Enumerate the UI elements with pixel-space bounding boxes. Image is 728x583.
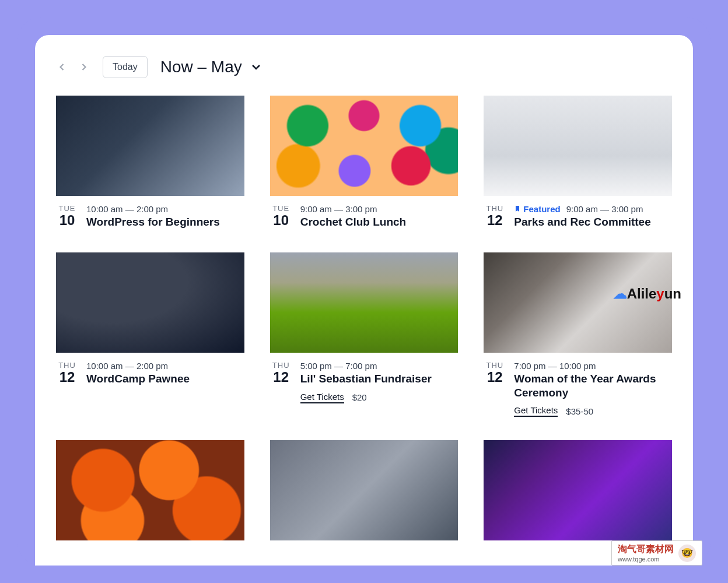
event-weekday: THU — [56, 361, 78, 370]
event-date: TUE10 — [270, 204, 292, 228]
get-tickets-link[interactable]: Get Tickets — [300, 392, 344, 403]
event-title[interactable]: WordCamp Pawnee — [86, 372, 244, 386]
date-range-selector[interactable]: Now – May — [160, 58, 263, 76]
event-thumbnail[interactable] — [56, 96, 244, 196]
event-card[interactable]: THU125:00 pm — 7:00 pmLil' Sebastian Fun… — [270, 252, 459, 417]
event-time: 7:00 pm — 10:00 pm — [514, 361, 672, 371]
featured-badge: Featured — [514, 204, 560, 214]
event-thumbnail[interactable] — [484, 96, 672, 196]
event-weekday: THU — [484, 361, 506, 370]
event-time: 10:00 am — 2:00 pm — [86, 204, 244, 214]
event-card[interactable]: THU1210:00 am — 2:00 pmWordCamp Pawnee — [56, 252, 244, 417]
watermark-tqge: 淘气哥素材网 www.tqge.com 🤓 — [611, 540, 702, 566]
event-weekday: TUE — [270, 204, 292, 213]
event-date: THU12 — [56, 361, 78, 385]
event-daynum: 10 — [56, 213, 78, 228]
event-card[interactable] — [484, 440, 672, 540]
event-daynum: 12 — [484, 213, 506, 228]
event-weekday: THU — [270, 361, 292, 370]
bookmark-icon — [514, 205, 521, 212]
event-card[interactable]: TUE109:00 am — 3:00 pmCrochet Club Lunch — [270, 96, 459, 229]
event-card[interactable] — [56, 440, 244, 540]
chevron-down-icon — [249, 60, 263, 74]
event-title[interactable]: Crochet Club Lunch — [300, 215, 459, 229]
event-time: 5:00 pm — 7:00 pm — [300, 361, 459, 371]
event-card[interactable]: THU12Featured9:00 am — 3:00 pmParks and … — [484, 96, 672, 229]
event-card[interactable]: TUE1010:00 am — 2:00 pmWordPress for Beg… — [56, 96, 244, 229]
event-title[interactable]: Lil' Sebastian Fundraiser — [300, 372, 459, 386]
event-title[interactable]: WordPress for Beginners — [86, 215, 244, 229]
event-time: Featured9:00 am — 3:00 pm — [514, 204, 672, 214]
date-range-label: Now – May — [160, 58, 242, 76]
events-grid: TUE1010:00 am — 2:00 pmWordPress for Beg… — [56, 96, 672, 540]
get-tickets-link[interactable]: Get Tickets — [514, 405, 558, 417]
event-daynum: 12 — [56, 370, 78, 385]
event-time: 9:00 am — 3:00 pm — [300, 204, 459, 214]
event-thumbnail[interactable] — [56, 252, 244, 353]
event-date: THU12 — [270, 361, 292, 385]
event-price: $20 — [352, 392, 367, 402]
event-thumbnail[interactable] — [270, 440, 459, 540]
event-date: THU12 — [484, 361, 506, 385]
event-weekday: THU — [484, 204, 506, 213]
event-price: $35-50 — [566, 406, 593, 416]
prev-button[interactable] — [56, 61, 68, 73]
event-weekday: TUE — [56, 204, 78, 213]
event-card[interactable] — [270, 440, 459, 540]
event-thumbnail[interactable] — [270, 252, 459, 353]
toolbar: Today Now – May — [56, 56, 672, 78]
event-title[interactable]: Parks and Rec Committee — [514, 215, 672, 229]
today-button[interactable]: Today — [103, 56, 148, 78]
event-thumbnail[interactable] — [484, 440, 672, 540]
event-card[interactable]: THU127:00 pm — 10:00 pmWoman of the Year… — [484, 252, 672, 417]
event-title[interactable]: Woman of the Year Awards Ceremony — [514, 372, 672, 400]
event-daynum: 12 — [270, 370, 292, 385]
event-time: 10:00 am — 2:00 pm — [86, 361, 244, 371]
watermark-alileyun: ☁Alileyun — [613, 286, 681, 302]
event-date: TUE10 — [56, 204, 78, 228]
event-thumbnail[interactable] — [484, 252, 672, 353]
event-thumbnail[interactable] — [56, 440, 244, 540]
glasses-icon: 🤓 — [678, 545, 696, 562]
event-date: THU12 — [484, 204, 506, 228]
event-daynum: 10 — [270, 213, 292, 228]
event-thumbnail[interactable] — [270, 96, 459, 196]
event-daynum: 12 — [484, 370, 506, 385]
next-button[interactable] — [78, 61, 90, 73]
